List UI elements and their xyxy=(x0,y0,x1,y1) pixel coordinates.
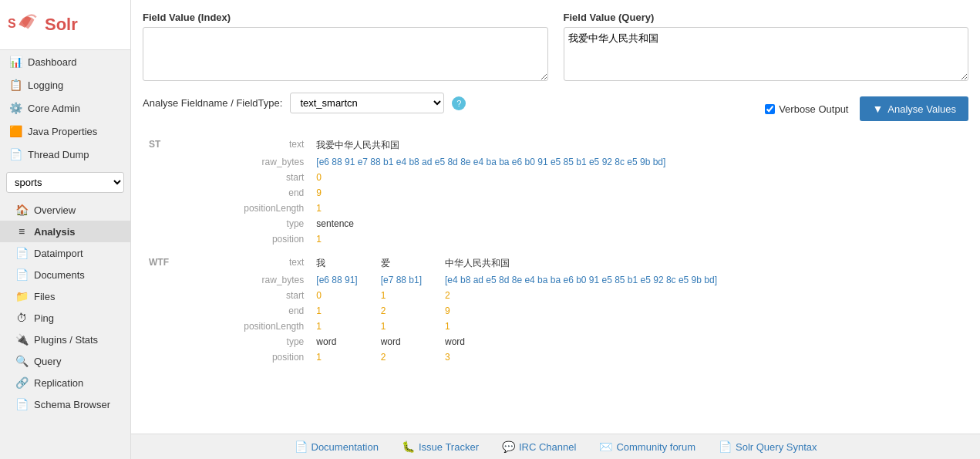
wtf-type-col2: word xyxy=(381,336,443,347)
footer-community-forum[interactable]: ✉️ Community forum xyxy=(599,440,695,453)
wtf-end-col2: 2 xyxy=(381,305,443,316)
wtf-start-vals: 0 1 2 xyxy=(310,288,968,303)
query-textarea[interactable]: 我爱中华人民共和国 xyxy=(564,27,969,81)
verbose-checkbox[interactable] xyxy=(765,104,775,114)
sidebar-item-dashboard[interactable]: 📊 Dashboard xyxy=(0,50,130,73)
wtf-poslen-col2: 1 xyxy=(381,321,443,332)
analyse-values-button[interactable]: ▼ Analyse Values xyxy=(860,96,968,121)
sidebar-item-thread-dump[interactable]: 📄 Thread Dump xyxy=(0,143,130,166)
st-label: ST xyxy=(143,137,175,154)
st-type-key: type xyxy=(175,216,310,231)
wtf-end-col3: 9 xyxy=(445,305,507,316)
st-position-key: position xyxy=(175,231,310,247)
wtf-type-row: type word word word xyxy=(143,334,968,349)
st-poslen-key: positionLength xyxy=(175,201,310,216)
st-start-key: start xyxy=(175,170,310,185)
index-field-group: Field Value (Index) xyxy=(143,12,548,81)
st-positionlength-row: positionLength 1 xyxy=(143,201,968,216)
st-text-key: text xyxy=(175,137,310,154)
overview-icon: 🏠 xyxy=(15,204,28,216)
st-poslen-val: 1 xyxy=(310,201,968,216)
footer-documentation[interactable]: 📄 Documentation xyxy=(295,440,379,453)
st-type-row: type sentence xyxy=(143,216,968,231)
wtf-position-col2: 2 xyxy=(381,352,443,363)
plugins-icon: 🔌 xyxy=(15,333,28,346)
sidebar-item-java-properties[interactable]: 🟧 Java Properties xyxy=(0,120,130,143)
schema-browser-icon: 📄 xyxy=(15,398,28,410)
footer-irc-channel[interactable]: 💬 IRC Channel xyxy=(502,440,576,453)
community-icon: ✉️ xyxy=(599,440,612,453)
results-table: ST text 我爱中华人民共和国 raw_bytes [e6 88 91 e7… xyxy=(143,137,968,365)
wtf-start-col2: 1 xyxy=(381,290,443,301)
wtf-start-col1: 0 xyxy=(316,290,378,301)
content-area: Field Value (Index) Field Value (Query) … xyxy=(131,0,980,459)
filter-icon: ▼ xyxy=(872,103,883,115)
core-nav-replication[interactable]: 🔗 Replication xyxy=(0,372,130,393)
analysis-icon: ≡ xyxy=(15,225,28,238)
wtf-label: WTF xyxy=(143,255,175,272)
core-selector[interactable]: sports xyxy=(6,172,124,193)
wtf-position-vals: 1 2 3 xyxy=(310,349,968,365)
dashboard-icon: 📊 xyxy=(9,56,22,68)
fieldname-label: Analyse Fieldname / FieldType: xyxy=(143,97,282,109)
wtf-type-col1: word xyxy=(316,336,378,347)
spacer-row xyxy=(143,247,968,255)
sidebar-item-logging[interactable]: 📋 Logging xyxy=(0,73,130,96)
wtf-rawbytes-col1: [e6 88 91] xyxy=(316,275,378,285)
wtf-rawbytes-col3: [e4 b8 ad e5 8d 8e e4 ba ba e6 b0 91 e5 … xyxy=(445,275,717,285)
ping-icon: ⏱ xyxy=(15,312,28,324)
files-icon: 📁 xyxy=(15,290,28,302)
query-label: Field Value (Query) xyxy=(564,12,969,23)
core-nav-analysis[interactable]: ≡ Analysis xyxy=(0,221,130,242)
wtf-position-row: position 1 2 3 xyxy=(143,349,968,365)
core-nav-plugins[interactable]: 🔌 Plugins / Stats xyxy=(0,329,130,350)
logging-icon: 📋 xyxy=(9,79,22,91)
wtf-start-row: start 0 1 2 xyxy=(143,288,968,303)
core-nav-schema-browser[interactable]: 📄 Schema Browser xyxy=(0,393,130,415)
sidebar-item-core-admin[interactable]: ⚙️ Core Admin xyxy=(0,96,130,120)
wtf-positionlength-row: positionLength 1 1 1 xyxy=(143,319,968,334)
st-end-row: end 9 xyxy=(143,185,968,201)
index-label: Field Value (Index) xyxy=(143,12,548,23)
replication-icon: 🔗 xyxy=(15,376,28,389)
svg-text:S: S xyxy=(8,17,16,30)
st-end-val: 9 xyxy=(310,185,968,201)
documentation-icon: 📄 xyxy=(295,440,308,453)
analysis-panel: Field Value (Index) Field Value (Query) … xyxy=(131,0,980,434)
wtf-text-col2: 爱 xyxy=(381,257,443,270)
wtf-poslen-key: positionLength xyxy=(175,319,310,334)
wtf-text-col3: 中华人民共和国 xyxy=(445,257,510,270)
core-nav-files[interactable]: 📁 Files xyxy=(0,285,130,307)
core-nav-query[interactable]: 🔍 Query xyxy=(0,350,130,372)
syntax-icon: 📄 xyxy=(719,440,732,453)
core-nav-overview[interactable]: 🏠 Overview xyxy=(0,199,130,221)
logo-area: S Solr xyxy=(0,0,130,50)
st-rawbytes-key: raw_bytes xyxy=(175,154,310,170)
core-select[interactable]: sports xyxy=(6,172,124,193)
help-icon[interactable]: ? xyxy=(452,96,466,110)
footer-issue-tracker[interactable]: 🐛 Issue Tracker xyxy=(402,440,479,453)
issue-tracker-icon: 🐛 xyxy=(402,440,415,453)
wtf-text-row: WTF text 我 爱 中华人民共和国 xyxy=(143,255,968,272)
fieldname-row: Analyse Fieldname / FieldType: text_smar… xyxy=(143,93,466,113)
dataimport-icon: 📄 xyxy=(15,247,28,259)
core-nav-dataimport[interactable]: 📄 Dataimport xyxy=(0,242,130,264)
core-nav-ping[interactable]: ⏱ Ping xyxy=(0,307,130,329)
fieldtype-select[interactable]: text_smartcn xyxy=(290,93,444,113)
footer-solr-query-syntax[interactable]: 📄 Solr Query Syntax xyxy=(719,440,817,453)
verbose-label[interactable]: Verbose Output xyxy=(765,103,848,115)
wtf-poslen-col3: 1 xyxy=(445,321,507,332)
sidebar: S Solr 📊 Dashboard 📋 Logging ⚙️ Core Adm xyxy=(0,0,131,459)
wtf-type-vals: word word word xyxy=(310,334,968,349)
wtf-start-key: start xyxy=(175,288,310,303)
global-nav: 📊 Dashboard 📋 Logging ⚙️ Core Admin 🟧 Ja… xyxy=(0,50,130,166)
irc-icon: 💬 xyxy=(502,440,515,453)
st-text-row: ST text 我爱中华人民共和国 xyxy=(143,137,968,154)
wtf-poslen-vals: 1 1 1 xyxy=(310,319,968,334)
index-textarea[interactable] xyxy=(143,27,548,81)
wtf-rawbytes-row: raw_bytes [e6 88 91] [e7 88 b1] [e4 b8 a… xyxy=(143,272,968,288)
logo-text: Solr xyxy=(45,15,78,35)
st-position-row: position 1 xyxy=(143,231,968,247)
core-nav-documents[interactable]: 📄 Documents xyxy=(0,264,130,285)
wtf-text-vals: 我 爱 中华人民共和国 xyxy=(310,255,968,272)
